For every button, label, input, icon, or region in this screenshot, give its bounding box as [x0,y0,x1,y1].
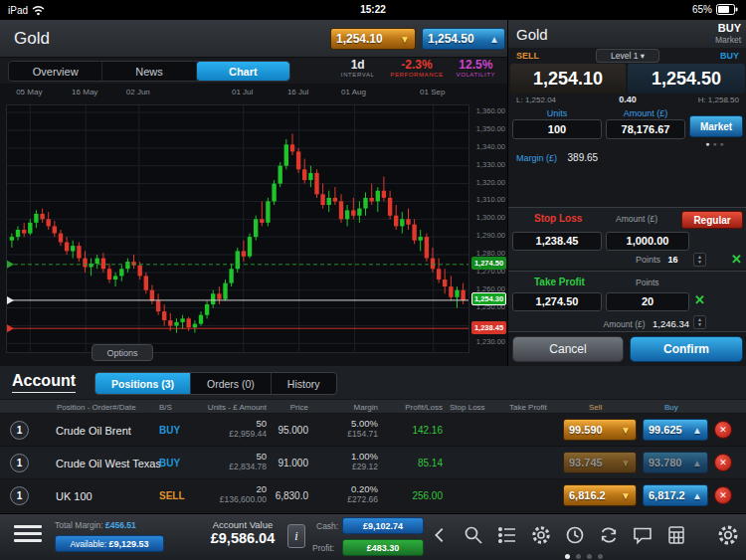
cancel-button[interactable]: Cancel [512,336,624,362]
col-take-profit: Take Profit [509,403,547,412]
row-sell-button[interactable]: 93.745▼ [563,452,637,473]
take-profit-amount-row: Amount (£) 1,246.34 [508,318,689,329]
tab-history[interactable]: History [272,373,336,394]
position-profit-loss: 85.14 [418,458,443,468]
units-input[interactable]: 100 [512,119,602,139]
candlestick-chart[interactable] [6,104,469,353]
margin-value: 389.65 [568,152,599,163]
search-icon[interactable] [462,522,485,548]
back-chevron-icon[interactable] [428,522,452,548]
row-sell-button[interactable]: 99.590▼ [563,419,637,441]
watchlist-icon[interactable] [495,522,519,548]
up-arrow-icon: ▲ [489,34,499,45]
row-buy-button[interactable]: 6,817.2▲ [643,484,708,506]
amount-label: Amount (£) [606,108,685,118]
chart-tab-row: Overview News Chart 1d INTERVAL -2.3% PE… [0,58,507,84]
margin-row: Margin (£) 389.65 [516,152,598,163]
row-buy-button[interactable]: 99.625▲ [643,419,708,441]
chart-meta: 1d INTERVAL -2.3% PERFORMANCE 12.5% VOLA… [328,59,505,83]
confirm-button[interactable]: Confirm [630,336,743,362]
col-sell: Sell [589,403,602,412]
gear-icon[interactable] [529,522,553,548]
info-button[interactable]: i [287,524,305,548]
amount-input[interactable]: 78,176.67 [606,119,685,139]
ticket-sell-price[interactable]: 1,254.10 [510,64,626,93]
date-tick: 01 Jul [226,88,260,96]
take-profit-points-input[interactable]: 20 [606,292,689,311]
available-label: Available: [70,539,106,549]
row-sell-button[interactable]: 6,816.2▼ [563,484,637,506]
take-profit-remove-button[interactable]: ✕ [694,292,705,307]
date-tick: 01 Sep [416,88,450,96]
stop-loss-points-label: Points [636,255,660,265]
position-units: 50£2,959.44 [229,418,267,439]
chart-options-button[interactable]: Options [92,344,153,361]
price-tick: 1,310.00 [476,195,505,204]
take-profit-amount-label: Amount (£) [604,319,646,329]
clock-icon[interactable] [563,522,587,548]
tab-chart[interactable]: Chart [197,62,289,81]
stop-loss-remove-button[interactable]: ✕ [731,252,742,267]
level-dropdown[interactable]: Level 1 ▾ [596,49,659,63]
total-margin-value: £456.51 [105,520,136,530]
take-profit-section: Take Profit Points 1,274.50 20 ✕ Amount … [508,271,746,332]
stop-loss-title: Stop Loss [534,213,582,224]
position-count-badge[interactable]: 1 [10,421,29,440]
tab-positions[interactable]: Positions (3) [95,373,191,394]
stop-loss-amount-input[interactable]: 1,000.00 [606,232,689,251]
volatility-value: 12.5% [447,59,505,72]
page-dots[interactable] [565,554,603,559]
row-buy-button[interactable]: 93.780▲ [643,452,708,473]
interval-meta[interactable]: 1d INTERVAL [328,59,387,83]
price-tick: 1,320.00 [476,178,505,187]
order-type-dots: ●●● [689,140,743,147]
close-position-button[interactable]: ✕ [714,421,732,439]
tab-orders[interactable]: Orders (0) [191,373,272,394]
positions-table-header: Position - Order#/Date B/S Units - £ Amo… [0,399,746,414]
date-tick: 16 Jul [281,88,315,96]
calculator-icon[interactable] [664,522,688,548]
stop-loss-points-stepper[interactable]: ▲ ▼ [693,253,706,267]
chat-icon[interactable] [631,522,654,548]
refresh-icon[interactable] [597,522,621,548]
close-position-button[interactable]: ✕ [714,486,732,504]
position-name: Crude Oil West Texas [56,458,161,469]
price-tick: 1,290.00 [476,231,505,240]
tab-news[interactable]: News [102,62,196,81]
up-arrow-icon: ▲ [692,425,702,436]
header-sell-price-button[interactable]: 1,254.10 ▼ [330,28,416,50]
tab-overview[interactable]: Overview [9,62,102,81]
position-count-badge[interactable]: 1 [10,486,29,505]
take-profit-price-input[interactable]: 1,274.50 [512,292,602,311]
menu-icon[interactable] [14,525,42,546]
total-margin-row: Total Margin: £456.51 [55,520,136,530]
stop-loss-price-input[interactable]: 1,238.45 [512,232,602,251]
market-order-button[interactable]: Market [689,115,743,137]
header-buy-price: 1,254.50 [428,32,474,46]
position-profit-loss: 256.00 [412,490,443,501]
position-side: SELL [159,490,185,501]
account-value-label: Account Value [195,519,290,530]
stop-loss-type-button[interactable]: Regular [681,211,743,229]
stepper-down-icon: ▼ [697,322,702,327]
cash-label: Cash: [316,521,338,531]
price-marker-tag: 1,238.45 [471,321,506,334]
level-label: Level 1 [611,51,638,61]
volatility-label: VOLATILITY [447,72,505,79]
position-margin: 1.00%£29.12 [351,451,378,471]
stop-loss-points: Points 16 [636,255,678,265]
take-profit-amount-stepper[interactable]: ▲ ▼ [693,315,706,329]
position-row: 1 Crude Oil Brent BUY 50£2,959.44 95.000… [0,414,746,447]
profit-value: £483.30 [367,543,400,553]
close-position-button[interactable]: ✕ [714,454,732,471]
battery-icon [716,4,738,15]
position-count-badge[interactable]: 1 [10,454,29,472]
position-side: BUY [159,425,180,436]
ticket-buy-price[interactable]: 1,254.50 [628,64,745,93]
header-buy-price-button[interactable]: 1,254.50 ▲ [422,28,505,50]
settings-gear-icon[interactable] [716,522,740,548]
col-profit-loss: Profit/Loss [405,403,443,412]
account-tabs: Positions (3) Orders (0) History [94,372,337,395]
battery-percent: 65% [692,4,712,15]
available-badge: Available: £9,129.53 [55,535,164,552]
